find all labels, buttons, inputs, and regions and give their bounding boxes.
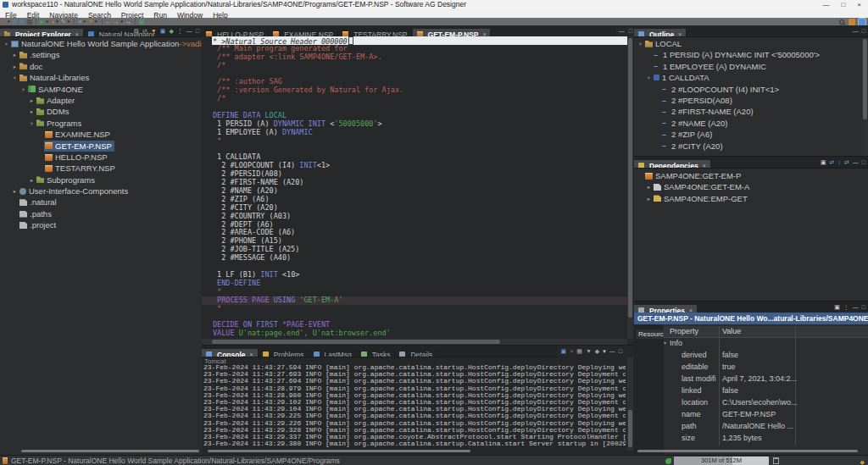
trash-icon[interactable] (773, 457, 779, 464)
tree-collapsed-arrow-icon[interactable]: ▸ (28, 106, 36, 117)
scroll-lock-icon[interactable]: ▼ (586, 346, 592, 357)
view-menu-icon[interactable]: ⋮ (843, 302, 849, 313)
heap-status[interactable]: 301M of 512M (674, 457, 769, 465)
run-icon[interactable]: ▶▼ (40, 18, 49, 25)
dependency-item[interactable]: ▸SAMP4ONE:EMP-GET (634, 193, 868, 204)
tree-collapsed-arrow-icon[interactable]: ▸ (11, 49, 19, 60)
flag-icon[interactable]: ⚑▼ (88, 18, 98, 25)
tree-expanded-arrow-icon[interactable]: ▾ (28, 118, 36, 129)
back-icon[interactable]: ← (106, 18, 112, 25)
pin-icon[interactable]: ▣ (834, 302, 840, 313)
tree-expanded-arrow-icon[interactable]: ▾ (645, 72, 653, 83)
outline-item[interactable]: –2 #CITY (A20) (634, 141, 868, 152)
restore-window-icon[interactable]: □ (841, 0, 845, 9)
column-value[interactable]: Value (722, 326, 741, 337)
callee-mode-icon[interactable]: ↕ (837, 157, 841, 168)
tree-item[interactable]: ▸doc (0, 61, 202, 72)
property-row[interactable]: path/NaturalONE Hello ... (664, 420, 868, 432)
outline-item[interactable]: –1 PERSID (A) DYNAMIC INIT <'50005000'> (634, 49, 868, 60)
close-icon[interactable]: × (250, 352, 253, 357)
refresh-icon[interactable]: ▣ (821, 157, 826, 168)
remove-launch-icon[interactable]: × (570, 346, 573, 357)
properties-hscrollbar[interactable] (637, 450, 858, 452)
maximize-icon[interactable]: □ (862, 25, 865, 36)
property-row[interactable]: locationC:\Users\ecohen\wo... (664, 396, 868, 408)
tree-item[interactable]: ▸Subprograms (0, 174, 202, 185)
minimize-icon[interactable]: — (853, 25, 859, 36)
console-tab-problems[interactable]: Problems (259, 349, 309, 357)
property-row[interactable]: last modifiApril 7, 2021, 3:04:2... (664, 373, 868, 385)
tree-collapsed-arrow-icon[interactable]: ▸ (11, 61, 19, 72)
tree-item[interactable]: ▸Adapter (0, 95, 202, 106)
tree-item[interactable]: .paths (0, 208, 202, 219)
minimize-window-icon[interactable]: — (822, 0, 829, 9)
close-icon[interactable]: × (703, 163, 706, 169)
save-icon[interactable]: ▤ (12, 18, 18, 25)
tree-item[interactable]: ▸DDMs (0, 106, 202, 117)
property-row[interactable]: editabletrue (664, 361, 868, 373)
console-tab-lastmsg[interactable]: LastMsg (309, 349, 357, 357)
tree-collapsed-arrow-icon[interactable]: ▸ (645, 193, 653, 204)
console-tab-console[interactable]: Console× (202, 349, 259, 357)
tree-item[interactable]: HELLO-P.NSP (0, 152, 202, 163)
new-wizard-icon[interactable]: ✶▼ (1, 18, 10, 25)
console-tab-tasks[interactable]: Tasks (357, 349, 396, 357)
tree-collapsed-arrow-icon[interactable]: ▸ (28, 95, 36, 106)
caller-mode-icon[interactable]: ⇄ (830, 157, 835, 168)
outline-vscrollbar[interactable] (862, 38, 868, 156)
outline-item[interactable]: –2 #LOOPCOUNT (I4) INIT<1> (634, 84, 868, 95)
link-editor-icon[interactable]: ⇄ (142, 25, 147, 36)
tree-item[interactable]: EXAMINE.NSP (0, 129, 202, 140)
console-vscrollbar[interactable] (627, 357, 633, 451)
property-row[interactable]: ▾Info (664, 337, 868, 349)
console-hscrollbar[interactable] (208, 450, 470, 452)
new-file-icon[interactable]: ▣ (139, 18, 145, 25)
left-panel-hscrollbar[interactable] (21, 450, 199, 452)
tree-collapsed-arrow-icon[interactable]: ▸ (645, 181, 653, 192)
tree-expanded-arrow-icon[interactable]: ▾ (11, 72, 19, 83)
java-perspective-icon[interactable] (849, 19, 855, 25)
tab-dependencies[interactable]: Dependencies× (634, 160, 711, 169)
tab-outline[interactable]: Outline× (634, 29, 687, 37)
editor-vscrollbar[interactable] (627, 36, 633, 339)
tree-item[interactable]: ▾SAMP4ONE (0, 84, 202, 95)
outline-item[interactable]: –2 #NAME (A20) (634, 118, 868, 129)
debug-icon[interactable]: ●▼ (51, 18, 59, 25)
tree-expanded-arrow-icon[interactable]: ▾ (19, 84, 27, 95)
console-tab-details[interactable]: Details (395, 349, 437, 357)
naturalone-perspective-icon[interactable] (859, 19, 865, 25)
last-edit-icon[interactable]: ↔ (125, 18, 131, 25)
column-property[interactable]: Property (670, 326, 698, 337)
outline-item[interactable]: –2 #FIRST-NAME (A20) (634, 106, 868, 117)
outline-item[interactable]: –2 #PERSID(A08) (634, 95, 868, 106)
tree-item[interactable]: ▸.settings (0, 49, 202, 60)
minimize-icon[interactable]: — (609, 346, 615, 357)
select-icon[interactable]: ◆ (169, 25, 173, 36)
close-icon[interactable]: × (678, 31, 682, 37)
notification-icon[interactable]: ◆ (860, 457, 865, 465)
tree-expanded-arrow-icon[interactable]: ▾ (3, 38, 10, 49)
maximize-icon[interactable]: □ (862, 302, 865, 313)
tree-item[interactable]: .project (0, 219, 202, 230)
maximize-icon[interactable]: □ (619, 346, 622, 357)
focus-icon[interactable]: ▣ (160, 25, 166, 36)
tree-item[interactable]: ▾Natural-Libraries (0, 72, 202, 83)
maximize-icon[interactable]: □ (196, 25, 199, 36)
property-row[interactable]: derivedfalse (664, 349, 868, 361)
outline-item[interactable]: –1 EMPLOYEE (A) DYNAMIC (634, 61, 868, 72)
edit-config-icon[interactable]: ✎▼ (61, 18, 70, 25)
outline-item[interactable]: ▾1 CALLDATA (634, 72, 868, 83)
tree-collapsed-arrow-icon[interactable]: ▸ (11, 185, 19, 197)
view-menu-icon[interactable]: ⋮ (177, 25, 183, 36)
tree-collapsed-arrow-icon[interactable]: ▸ (28, 174, 36, 185)
collapse-all-icon[interactable]: ⊟ (134, 25, 139, 36)
clear-console-icon[interactable]: ▣ (561, 346, 567, 357)
tab-project-explorer[interactable]: Project Explorer× (0, 29, 84, 37)
link-icon[interactable]: ⇄ (844, 157, 849, 168)
code-editor[interactable]: * >Natural Source Header 000000 /** Main… (202, 36, 627, 339)
property-row[interactable]: linkedfalse (664, 385, 868, 396)
tree-item[interactable]: .natural (0, 197, 202, 208)
forward-icon[interactable]: →▼ (114, 18, 124, 25)
dependency-item[interactable]: SAMP4ONE:GET-EM-P (634, 170, 868, 181)
group-expand-arrow-icon[interactable]: ▾ (664, 337, 666, 349)
